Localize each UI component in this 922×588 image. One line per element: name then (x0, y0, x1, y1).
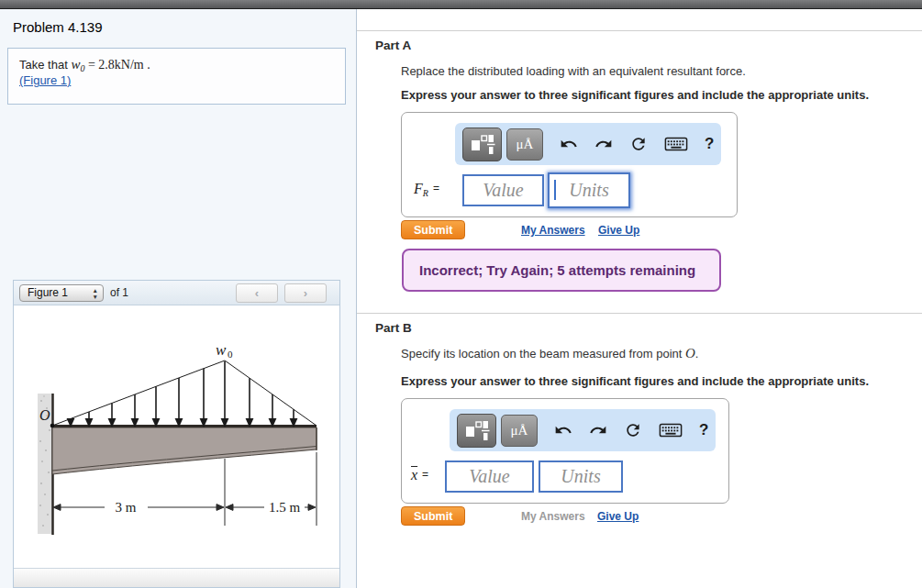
equation-templates-icon (469, 132, 496, 156)
part-a-title: Part A (375, 39, 411, 52)
part-b-value-input[interactable] (445, 460, 534, 493)
figure-panel: Figure 1 ▲▼ of 1 ‹ › (13, 280, 340, 588)
help-icon[interactable]: ? (699, 421, 708, 439)
keyboard-icon[interactable] (659, 421, 683, 439)
mastering-problem-page: Problem 4.139 Take that w0 = 2.8kN/m . (… (0, 0, 922, 588)
part-a-answer-label: FR= (414, 181, 439, 198)
point-o-label: O (39, 407, 50, 423)
section-divider (357, 30, 922, 31)
figure-count-label: of 1 (110, 286, 128, 299)
equation-templates-button[interactable] (457, 414, 496, 448)
part-b-prompt: Specify its location on the beam measure… (401, 346, 698, 361)
beam (52, 427, 317, 475)
statement-prefix: Take that (19, 58, 71, 72)
beam-diagram: 3 m 1.5 m O w 0 (14, 305, 339, 569)
figure-panel-footer (14, 568, 339, 587)
problem-statement-box: Take that w0 = 2.8kN/m . (Figure 1) (7, 48, 346, 105)
w0-load-label: w (216, 341, 227, 359)
redo-icon[interactable] (594, 135, 613, 153)
units-button[interactable]: μÅ (506, 128, 543, 161)
figure-next-button[interactable]: › (284, 283, 327, 303)
equation-templates-button[interactable] (462, 128, 502, 161)
dimension-right-label: 1.5 m (269, 500, 301, 515)
dimension-left-label: 3 m (116, 500, 137, 515)
chevron-left-icon: ‹ (255, 286, 259, 300)
page-title: Problem 4.139 (13, 19, 103, 35)
part-b-answer-box: μÅ ? (401, 398, 729, 504)
figure-1-link[interactable]: (Figure 1) (19, 73, 71, 87)
undo-icon[interactable] (554, 421, 572, 439)
reset-icon[interactable] (624, 421, 642, 439)
w0-load-subscript: 0 (228, 349, 233, 360)
w0-symbol: w (71, 57, 80, 72)
reset-icon[interactable] (629, 135, 648, 153)
keyboard-icon[interactable] (664, 135, 688, 153)
part-b-instruction: Express your answer to three significant… (401, 374, 869, 388)
select-stepper-icon: ▲▼ (93, 287, 98, 300)
distributed-load (52, 361, 317, 426)
help-icon[interactable]: ? (705, 135, 714, 153)
figure-content: 3 m 1.5 m O w 0 (14, 305, 339, 568)
part-a-feedback-message: Incorrect; Try Again; 5 attempts remaini… (402, 249, 721, 292)
equation-templates-icon (463, 418, 491, 442)
figure-panel-header: Figure 1 ▲▼ of 1 ‹ › (14, 281, 339, 305)
undo-icon[interactable] (560, 135, 578, 153)
part-a-submit-button[interactable]: Submit (401, 220, 465, 239)
redo-icon[interactable] (589, 421, 607, 439)
part-a-my-answers-link[interactable]: My Answers (521, 224, 585, 237)
point-o-symbol: O (685, 346, 695, 361)
part-a-prompt: Replace the distributed loading with an … (401, 64, 746, 78)
chevron-right-icon: › (304, 286, 307, 300)
part-a-give-up-link[interactable]: Give Up (598, 224, 639, 237)
part-b-submit-button[interactable]: Submit (401, 506, 465, 526)
figure-select-dropdown[interactable]: Figure 1 ▲▼ (19, 284, 104, 302)
part-b-give-up-link[interactable]: Give Up (597, 510, 639, 523)
point-o-dot (50, 424, 55, 428)
left-panel: Problem 4.139 Take that w0 = 2.8kN/m . (… (0, 9, 357, 588)
part-b-title: Part B (375, 321, 412, 335)
part-a-instruction: Express your answer to three significant… (401, 88, 869, 102)
figure-prev-button[interactable]: ‹ (236, 283, 278, 303)
section-divider (357, 313, 922, 314)
figure-select-label: Figure 1 (28, 286, 68, 299)
part-a-answer-box: μÅ ? (401, 112, 738, 217)
units-button[interactable]: μÅ (501, 415, 538, 447)
top-chrome-bar (0, 0, 922, 9)
text-caret (554, 180, 556, 200)
part-a-value-input[interactable] (462, 174, 544, 206)
statement-value: = 2.8kN/m . (84, 58, 150, 72)
part-b-answer-label: x= (411, 467, 428, 483)
part-b-math-toolbar: μÅ ? (450, 409, 716, 451)
part-a-math-toolbar: μÅ ? (455, 123, 721, 165)
part-b-units-input[interactable] (539, 460, 623, 493)
part-a-units-input[interactable] (548, 172, 630, 208)
part-b-my-answers-link: My Answers (521, 510, 585, 523)
